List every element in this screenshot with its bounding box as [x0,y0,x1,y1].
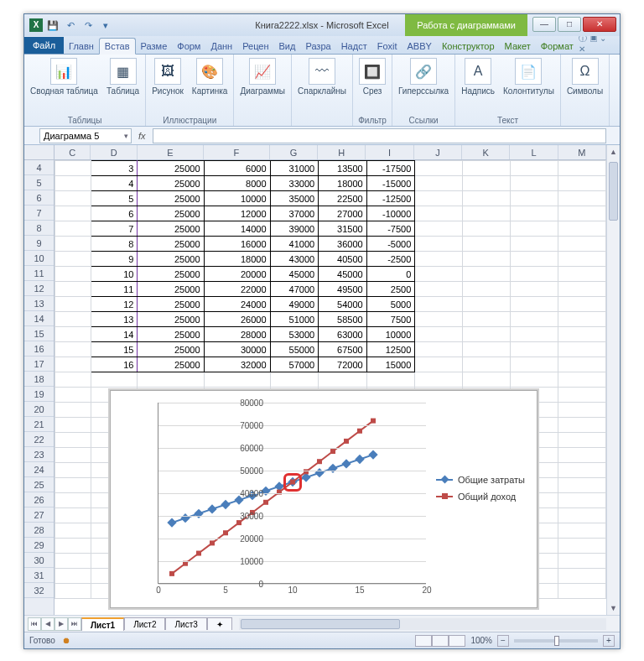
undo-button[interactable]: ↶ [63,18,78,33]
zoom-in-button[interactable]: + [603,635,615,647]
cell-H4[interactable]: 13500 [319,161,367,176]
cell-M28[interactable] [558,523,605,539]
cell-M5[interactable] [558,176,605,191]
tab-pagelayout[interactable]: Разме [136,39,173,54]
row-header-32[interactable]: 32 [24,583,54,598]
cell-J12[interactable] [415,282,463,297]
tab-view[interactable]: Вид [274,39,301,54]
sheet-tab-3[interactable]: Лист3 [165,617,206,630]
cell-E17[interactable]: 25000 [138,357,204,372]
cell-M23[interactable] [558,448,605,463]
tab-chart-layout[interactable]: Макет [500,39,536,54]
cell-H10[interactable]: 40500 [319,252,367,267]
save-button[interactable]: 💾 [45,18,60,33]
cell-L14[interactable] [511,312,558,327]
zoom-level[interactable]: 100% [470,636,492,645]
cell-C24[interactable] [55,463,91,478]
row-header-21[interactable]: 21 [24,417,54,432]
tab-formulas[interactable]: Форм [172,39,205,54]
cell-D9[interactable]: 8 [91,237,138,252]
cell-C16[interactable] [55,342,91,357]
zoom-knob[interactable] [554,636,559,646]
cell-D4[interactable]: 3 [91,161,138,176]
cell-C7[interactable] [55,206,91,221]
scroll-down-icon[interactable]: ▼ [607,601,620,615]
cell-J7[interactable] [415,206,463,221]
cell-K5[interactable] [463,176,511,191]
cell-I14[interactable]: 7500 [366,312,415,327]
cell-K10[interactable] [463,252,511,267]
tab-insert[interactable]: Встав [99,38,136,55]
cells-area[interactable]: 32500060003100013500-1750042500080003300… [55,160,606,615]
row-header-4[interactable]: 4 [24,160,54,175]
minimize-button[interactable]: — [532,17,556,32]
cell-H6[interactable]: 22500 [319,191,367,206]
cell-L8[interactable] [511,221,558,237]
cell-M18[interactable] [558,372,605,388]
cell-M19[interactable] [558,388,605,403]
cell-M24[interactable] [558,463,605,478]
col-header-F[interactable]: F [204,145,270,159]
cell-L11[interactable] [511,267,558,282]
cell-H8[interactable]: 31500 [319,221,367,237]
tab-addins[interactable]: Надст [336,39,372,54]
cell-D14[interactable]: 13 [91,312,138,327]
cell-C6[interactable] [55,191,91,206]
cell-C25[interactable] [55,478,91,493]
cell-E4[interactable]: 25000 [138,161,204,176]
cell-F9[interactable]: 16000 [204,237,270,252]
cell-M10[interactable] [558,252,605,267]
cell-C14[interactable] [55,312,91,327]
row-header-13[interactable]: 13 [24,296,54,311]
row-header-25[interactable]: 25 [24,477,54,492]
cell-M26[interactable] [558,493,605,508]
formula-input[interactable] [153,128,606,143]
col-header-D[interactable]: D [91,145,137,159]
cell-D10[interactable]: 9 [91,252,138,267]
cell-I7[interactable]: -10000 [366,206,415,221]
cell-M29[interactable] [558,539,605,554]
cell-K18[interactable] [463,372,511,388]
row-headers[interactable]: 4567891011121314151617181920212223242526… [24,160,55,615]
close-button[interactable]: ✕ [583,17,616,32]
cell-M31[interactable] [558,569,605,584]
cell-I18[interactable] [366,372,415,388]
cell-M11[interactable] [558,267,605,282]
tab-nav-prev[interactable]: ◀ [41,617,55,631]
row-header-22[interactable]: 22 [24,432,54,447]
cell-F12[interactable]: 22000 [204,282,270,297]
col-header-E[interactable]: E [138,145,204,159]
col-header-J[interactable]: J [414,145,462,159]
cell-I8[interactable]: -7500 [366,221,415,237]
cell-F14[interactable]: 26000 [204,312,270,327]
cell-J8[interactable] [415,221,463,237]
cell-C8[interactable] [55,221,91,237]
ribbon-Рисунок[interactable]: 🖼Рисунок [149,56,186,97]
cell-F8[interactable]: 14000 [204,221,270,237]
cell-G12[interactable]: 47000 [270,282,319,297]
cell-E14[interactable]: 25000 [138,312,204,327]
select-all-corner[interactable] [24,145,55,160]
cell-D11[interactable]: 10 [91,267,138,282]
cell-F7[interactable]: 12000 [204,206,270,221]
cell-L12[interactable] [511,282,558,297]
cell-H12[interactable]: 49500 [319,282,367,297]
row-header-24[interactable]: 24 [24,462,54,477]
row-header-19[interactable]: 19 [24,387,54,402]
cell-M7[interactable] [558,206,605,221]
zoom-out-button[interactable]: − [497,635,509,647]
row-header-16[interactable]: 16 [24,341,54,357]
cell-J18[interactable] [415,372,463,388]
row-header-30[interactable]: 30 [24,553,54,568]
cell-F16[interactable]: 30000 [204,342,270,357]
ribbon-Символы[interactable]: ΩСимволы [564,56,605,97]
cell-D13[interactable]: 12 [91,297,138,312]
ribbon-Спарклайны[interactable]: 〰Спарклайны [295,56,349,97]
redo-button[interactable]: ↷ [80,18,96,33]
qat-customize[interactable]: ▾ [98,18,113,33]
cell-J15[interactable] [415,327,463,342]
col-header-L[interactable]: L [510,145,558,159]
cell-H11[interactable]: 45000 [319,267,367,282]
cell-M12[interactable] [558,282,605,297]
cell-L16[interactable] [511,342,558,357]
